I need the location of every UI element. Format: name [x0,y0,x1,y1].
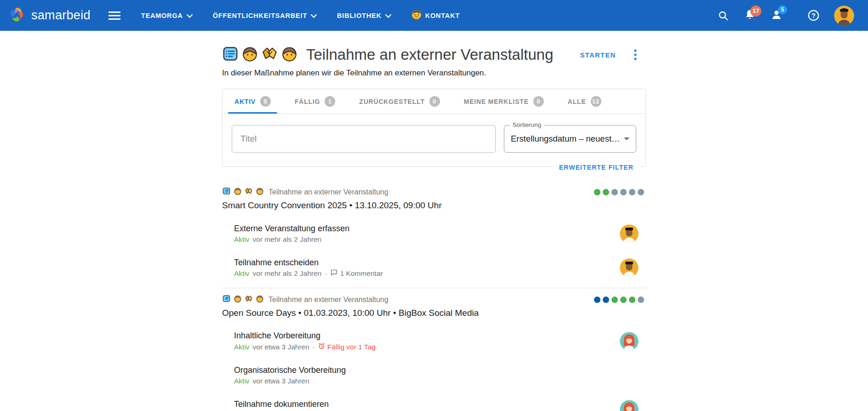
task-row: Teilnahme entscheiden Aktiv vor mehr als… [222,257,646,279]
task-status: Aktiv [234,377,250,385]
workflow-group: Teilnahme an externer Veranstaltung Open… [222,288,646,411]
progress-dots [594,189,644,195]
start-button[interactable]: STARTEN [576,47,621,63]
progress-dot [603,297,609,303]
task-title[interactable]: Inhaltliche Vorbereitung [234,331,620,341]
task-meta: Aktiv vor mehr als 2 Jahren · 1 Kommenta… [234,269,620,278]
task-status: Aktiv [234,269,250,278]
more-options-icon[interactable] [626,46,645,64]
progress-dots [594,297,644,303]
task-title[interactable]: Organisatorische Vorbereitung [234,365,620,375]
advanced-filter-button[interactable]: ERWEITERTE FILTER [554,164,639,171]
task-title[interactable]: Externe Veranstaltung erfassen [234,224,620,234]
nav-bibliothek[interactable]: BIBLIOTHEK [327,7,401,24]
person-face-emoji-icon [242,46,257,63]
person-face-emoji-icon [256,188,263,197]
tab-count-badge: 0 [533,96,544,107]
task-tabs: AKTIV 5 FÄLLIG 1 ZURÜCKGESTELLT 0 MEINE … [223,89,645,114]
workflow-instance-title[interactable]: Smart Country Convention 2025 • 13.10.20… [222,200,646,211]
assignee-avatar[interactable] [620,224,639,243]
progress-dot [638,189,644,195]
tab-label: AKTIV [234,98,256,105]
task-info: Externe Veranstaltung erfassen Aktiv vor… [234,224,620,244]
notifications-button[interactable]: 17 [739,5,760,26]
task-title[interactable]: Teilnahme dokumentieren [234,400,620,409]
assignee-avatar[interactable] [620,400,639,411]
tab-meine-merkliste[interactable]: MEINE MERKLISTE 0 [452,89,556,114]
chevron-down-icon [187,12,193,19]
filter-row: Sortierung Erstellungsdatum – neueste ..… [223,114,645,166]
handshake-emoji-icon [245,295,253,304]
sort-select[interactable]: Sortierung Erstellungsdatum – neueste ..… [504,125,636,153]
samarbeid-logo-icon [8,6,26,25]
tab-label: ZURÜCKGESTELLT [359,98,424,105]
progress-dot [629,189,635,195]
tab-aktiv[interactable]: AKTIV 5 [223,89,283,114]
brand-name: samarbeid [31,8,91,23]
due-text: Fällig vor 1 Tag [327,343,376,351]
nav-teamorga[interactable]: TEAMORGA [131,7,203,24]
tab-label: FÄLLIG [295,98,320,105]
page-title-row: Teilnahme an externer Veranstaltung STAR… [222,46,646,64]
page-subtitle: In dieser Maßnahme planen wir die Teilna… [222,68,646,78]
nav-label: ÖFFENTLICHKEITSARBEIT [213,12,307,19]
task-row: Organisatorische Vorbereitung Aktiv vor … [222,364,646,386]
comment-indicator: 1 Kommentar [331,269,383,278]
nav-oeffentlichkeitsarbeit[interactable]: ÖFFENTLICHKEITSARBEIT [203,7,327,24]
brand[interactable]: samarbeid [8,6,91,25]
menu-icon[interactable] [104,6,125,26]
progress-dot [611,189,618,195]
nav-kontakt[interactable]: KONTAKT [401,5,470,26]
tab-faellig[interactable]: FÄLLIG 1 [283,89,347,114]
notifications-badge: 17 [750,6,761,17]
user-avatar[interactable] [834,6,854,26]
search-button[interactable] [713,5,734,26]
app-header: samarbeid TEAMORGA ÖFFENTLICHKEITSARBEIT… [0,0,868,31]
task-info: Organisatorische Vorbereitung Aktiv vor … [234,365,620,385]
person-face-emoji-icon [234,295,241,304]
tab-count-badge: 0 [429,96,440,107]
task-row: Teilnahme dokumentieren Aktiv vor etwa 3… [222,398,646,411]
progress-dot [594,189,600,195]
task-row: Externe Veranstaltung erfassen Aktiv vor… [222,223,646,245]
assignee-avatar[interactable] [620,332,639,351]
main-nav: TEAMORGA ÖFFENTLICHKEITSARBEIT BIBLIOTHE… [131,5,470,26]
tab-label: ALLE [568,98,586,105]
progress-dot [629,297,635,303]
meta-separator: · [313,343,315,351]
workflow-name: Teilnahme an externer Veranstaltung [268,188,591,196]
task-time: vor mehr als 2 Jahren [253,235,322,244]
alarm-clock-icon [318,342,325,351]
person-face-emoji-icon [256,295,263,304]
title-filter-input[interactable] [232,125,496,153]
progress-dot [594,297,600,303]
comment-bubble-icon [331,269,337,278]
task-time: vor mehr als 2 Jahren [253,269,322,278]
workflow-group-header[interactable]: Teilnahme an externer Veranstaltung [222,295,646,304]
task-info: Teilnahme entscheiden Aktiv vor mehr als… [234,258,620,278]
workflow-group-header[interactable]: Teilnahme an externer Veranstaltung [222,187,646,197]
child-face-emoji-icon [411,10,422,21]
task-row: Inhaltliche Vorbereitung Aktiv vor etwa … [222,330,646,352]
task-meta: Aktiv vor etwa 3 Jahren [234,377,620,385]
task-time: vor etwa 3 Jahren [253,343,309,351]
task-time: vor etwa 3 Jahren [253,377,309,385]
tab-zurueckgestellt[interactable]: ZURÜCKGESTELLT 0 [347,89,451,114]
meta-separator: · [325,269,327,278]
workflow-name: Teilnahme an externer Veranstaltung [268,296,591,304]
tab-alle[interactable]: ALLE 12 [556,89,613,114]
task-title[interactable]: Teilnahme entscheiden [234,258,620,268]
notepad-icon [222,187,231,197]
workflow-instance-title[interactable]: Open Source Days • 01.03.2023, 10:00 Uhr… [222,308,646,318]
person-face-emoji-icon [282,46,297,63]
chevron-down-icon [385,12,391,19]
task-info: Inhaltliche Vorbereitung Aktiv vor etwa … [234,331,620,351]
tab-count-badge: 12 [591,96,601,107]
notepad-icon [222,295,231,304]
assignee-avatar[interactable] [620,258,639,277]
help-button[interactable]: ? [803,5,824,26]
inbox-button[interactable]: 5 [766,5,787,26]
task-status: Aktiv [234,235,250,244]
person-face-emoji-icon [234,188,241,197]
workflow-emoji-icons [222,46,297,63]
